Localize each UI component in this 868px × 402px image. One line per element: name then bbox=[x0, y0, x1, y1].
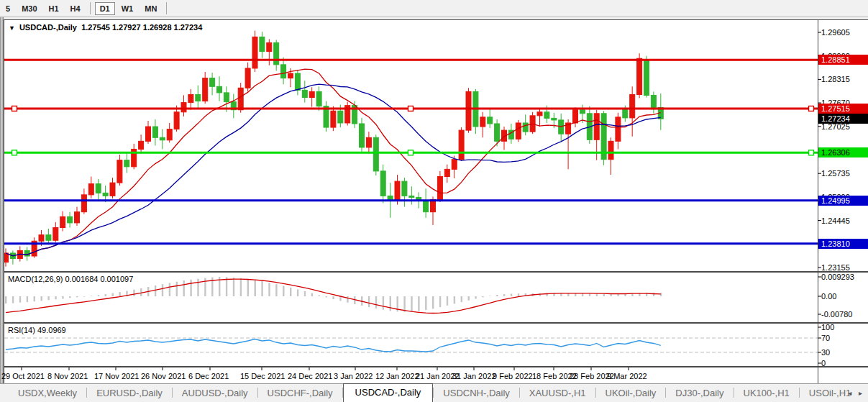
tab-ukoil-daily[interactable]: UKOil-,Daily bbox=[596, 385, 666, 402]
macd-values: 0.001684 0.001097 bbox=[65, 275, 133, 283]
line-drag-handle bbox=[809, 150, 814, 155]
date-axis-label: 29 Oct 2021 bbox=[1, 372, 45, 380]
chart-canvas bbox=[0, 0, 868, 402]
chart-symbol-label: USDCAD-,Daily bbox=[19, 23, 77, 32]
date-axis-label: 9 Mar 2022 bbox=[607, 372, 647, 380]
tab-usdcad-daily[interactable]: USDCAD-,Daily bbox=[343, 383, 434, 402]
date-axis-label: 31 Jan 2022 bbox=[452, 372, 496, 380]
line-drag-handle bbox=[12, 150, 17, 155]
tab-dj30-daily[interactable]: DJ30-,Daily bbox=[666, 385, 733, 402]
timeframe-button-H1[interactable]: H1 bbox=[44, 2, 64, 15]
rsi-scale-label: 0 bbox=[821, 359, 826, 367]
price-tick-label: 1.24445 bbox=[821, 216, 850, 225]
timeframe-toolbar: 5M30H1H4D1W1MN bbox=[0, 0, 868, 17]
tab-scroll-right-icon[interactable]: ▸ bbox=[859, 389, 862, 397]
tab-usdx-weekly[interactable]: USDX,Weekly bbox=[9, 385, 86, 402]
chart-title: ▼USDCAD-,Daily 1.27545 1.27927 1.26928 1… bbox=[9, 23, 202, 32]
date-axis-label: 12 Jan 2022 bbox=[375, 372, 419, 380]
macd-scale-label: 0.009293 bbox=[821, 273, 854, 281]
date-axis-label: 15 Dec 2021 bbox=[240, 372, 285, 380]
rsi-line bbox=[6, 339, 661, 352]
timeframe-button-W1[interactable]: W1 bbox=[117, 2, 139, 15]
rsi-scale-label: 70 bbox=[821, 334, 830, 342]
line-drag-handle bbox=[408, 150, 414, 155]
rsi-scale-label: 30 bbox=[821, 348, 830, 357]
date-axis-label: 6 Dec 2021 bbox=[188, 372, 229, 380]
date-axis-label: 3 Jan 2022 bbox=[334, 372, 373, 380]
mt4-window: 5M30H1H4D1W1MN ▼USDCAD-,Daily 1.27545 1.… bbox=[0, 0, 868, 402]
price-tick-label: 1.29605 bbox=[821, 28, 850, 37]
current-price-badge: 1.27234 bbox=[818, 114, 868, 124]
macd-scale-label: 0.00 bbox=[821, 292, 836, 301]
tab-xauusd-h1[interactable]: XAUUSD-,H1 bbox=[520, 385, 595, 402]
horizontal-line-1.26306[interactable] bbox=[4, 150, 818, 155]
timeframe-button-H4[interactable]: H4 bbox=[65, 2, 86, 15]
ma-fast-line bbox=[6, 69, 661, 256]
support-price-badge: 1.26306 bbox=[818, 147, 868, 157]
candles-layer bbox=[4, 31, 664, 267]
date-axis-label: 17 Nov 2021 bbox=[94, 372, 139, 380]
tab-scroll-arrows: ◂ ▸ bbox=[843, 389, 862, 397]
tab-usdchf-daily[interactable]: USDCHF-,Daily bbox=[258, 385, 342, 402]
line-drag-handle bbox=[809, 106, 814, 111]
support-price-badge: 1.24995 bbox=[818, 196, 868, 206]
resistance-price-badge: 1.28851 bbox=[818, 55, 868, 65]
toolbar-separator bbox=[90, 2, 91, 14]
rsi-scale-label: 100 bbox=[821, 323, 834, 332]
chart-tabs-bar: USDX,WeeklyEURUSD-,DailyAUDUSD-,DailyUSD… bbox=[0, 383, 868, 402]
timeframe-button-D1[interactable]: D1 bbox=[95, 2, 115, 15]
date-axis-label: 26 Nov 2021 bbox=[141, 372, 186, 380]
timeframe-button-MN[interactable]: MN bbox=[140, 2, 162, 15]
macd-signal-line bbox=[6, 279, 661, 313]
chart-ohlc-values: 1.27545 1.27927 1.26928 1.27234 bbox=[81, 23, 202, 32]
tab-audusd-daily[interactable]: AUDUSD-,Daily bbox=[173, 385, 257, 402]
timeframe-button-5[interactable]: 5 bbox=[1, 2, 15, 15]
macd-label: MACD(12,26,9) 0.001684 0.001097 bbox=[8, 275, 133, 283]
support-price-badge: 1.23810 bbox=[818, 239, 868, 249]
price-tick-label: 1.23155 bbox=[821, 263, 850, 272]
date-axis-label: 8 Nov 2021 bbox=[47, 372, 88, 380]
tab-scroll-left-icon[interactable]: ◂ bbox=[848, 389, 851, 397]
toolbar-separator bbox=[166, 2, 167, 14]
line-drag-handle bbox=[12, 106, 17, 111]
tab-usdcnh-daily[interactable]: USDCNH-,Daily bbox=[434, 385, 518, 402]
date-axis-label: 9 Feb 2022 bbox=[493, 372, 533, 380]
price-tick-label: 1.25735 bbox=[821, 169, 850, 178]
horizontal-line-1.27515[interactable] bbox=[4, 106, 818, 111]
tab-uk100-h1[interactable]: UK100-,H1 bbox=[734, 385, 799, 402]
chart-dropdown-icon[interactable]: ▼ bbox=[9, 24, 15, 32]
macd-scale-label: -0.00780 bbox=[821, 310, 852, 319]
resistance-price-badge: 1.27515 bbox=[818, 104, 868, 114]
tab-eurusd-daily[interactable]: EURUSD-,Daily bbox=[87, 385, 172, 402]
rsi-label: RSI(14) 49.0969 bbox=[8, 326, 66, 334]
line-drag-handle bbox=[408, 106, 414, 111]
timeframe-button-M30[interactable]: M30 bbox=[17, 2, 42, 15]
price-tick-label: 1.28315 bbox=[821, 75, 850, 83]
rsi-value: 49.0969 bbox=[37, 326, 66, 334]
date-axis-label: 24 Dec 2021 bbox=[288, 372, 332, 380]
